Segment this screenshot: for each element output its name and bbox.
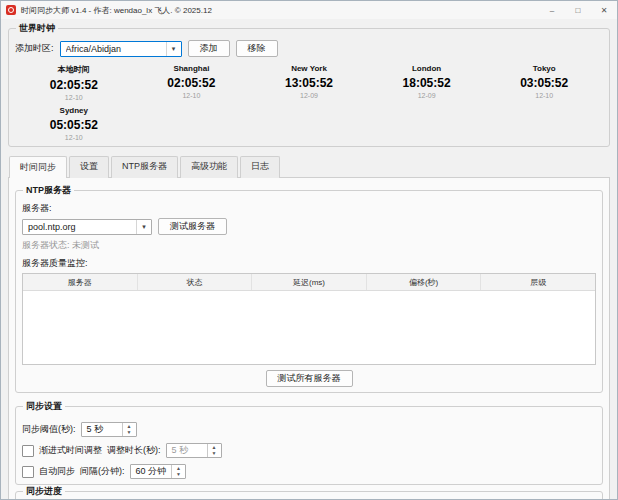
clock-item: Tokyo 03:05:52 12-10 <box>485 64 603 101</box>
add-timezone-row: 添加时区: Africa/Abidjan ▾ 添加 移除 <box>15 40 603 57</box>
clock-city-label: London <box>368 64 486 73</box>
minimize-button[interactable]: – <box>539 1 565 19</box>
world-clock-group-title: 世界时钟 <box>16 22 58 35</box>
server-table-header-cell[interactable]: 状态 <box>138 274 253 290</box>
server-quality-table: 服务器 状态 延迟(ms) 偏移(秒) 层级 <box>22 273 596 365</box>
ntp-server-group: NTP服务器 服务器: pool.ntp.org ▾ 测试服务器 服务器状态: … <box>15 184 603 393</box>
auto-sync-row: 自动同步 间隔(分钟): 60 分钟 ▲▼ <box>22 464 596 479</box>
gradual-adjust-checkbox[interactable] <box>22 445 34 457</box>
clock-item: 本地时间 02:05:52 12-10 <box>15 64 133 101</box>
clock-city-label: New York <box>250 64 368 73</box>
tab-bar: 时间同步 设置 NTP服务器 高级功能 日志 <box>8 155 610 177</box>
server-label: 服务器: <box>22 202 596 215</box>
tab-label: NTP服务器 <box>122 161 167 171</box>
tab[interactable]: 日志 <box>240 156 280 178</box>
threshold-label: 同步阈值(秒): <box>22 423 76 436</box>
clock-date-value: 12-10 <box>133 92 251 99</box>
test-all-servers-button[interactable]: 测试所有服务器 <box>266 370 353 387</box>
server-status-text: 服务器状态: 未测试 <box>22 239 596 252</box>
server-table-body[interactable] <box>23 291 595 364</box>
clock-city-label: 本地时间 <box>15 64 133 75</box>
ntp-server-group-title: NTP服务器 <box>23 184 74 197</box>
clock-city-label: Tokyo <box>485 64 603 73</box>
close-button[interactable]: ✕ <box>591 1 617 19</box>
clock-time-value: 02:05:52 <box>15 78 133 92</box>
server-select-row: pool.ntp.org ▾ 测试服务器 <box>22 218 596 235</box>
server-monitor-label: 服务器质量监控: <box>22 257 596 270</box>
clock-city-label: Sydney <box>15 106 133 115</box>
spin-down-icon[interactable]: ▼ <box>123 430 136 437</box>
clock-grid: 本地时间 02:05:52 12-10 Shanghai 02:05:52 12… <box>15 64 603 141</box>
clock-time-value: 18:05:52 <box>368 76 486 90</box>
spinner-arrows[interactable]: ▲▼ <box>207 444 221 457</box>
add-timezone-button[interactable]: 添加 <box>188 40 230 57</box>
server-table-header-cell[interactable]: 服务器 <box>23 274 138 290</box>
clock-date-value: 12-10 <box>15 134 133 141</box>
sync-progress-group-title: 同步进度 <box>23 485 65 498</box>
auto-interval-label: 间隔(分钟): <box>80 465 125 478</box>
clock-time-value: 13:05:52 <box>250 76 368 90</box>
world-clock-group: 世界时钟 添加时区: Africa/Abidjan ▾ 添加 移除 本地时间 0… <box>8 22 610 147</box>
clock-date-value: 12-09 <box>250 92 368 99</box>
server-table-header-cell[interactable]: 延迟(ms) <box>252 274 367 290</box>
clock-time-value: 03:05:52 <box>485 76 603 90</box>
tab-label: 时间同步 <box>20 162 56 172</box>
spinner-arrows[interactable]: ▲▼ <box>171 465 185 478</box>
threshold-spinner-value: 5 秒 <box>82 423 122 436</box>
clock-date-value: 12-09 <box>368 92 486 99</box>
maximize-button[interactable]: □ <box>565 1 591 19</box>
auto-sync-label: 自动同步 <box>39 465 75 478</box>
app-logo-icon <box>6 5 16 15</box>
clock-item: Sydney 05:05:52 12-10 <box>15 106 133 141</box>
title-bar: 时间同步大师 v1.4 - 作者: wendao_lx 飞人. © 2025.1… <box>1 1 617 19</box>
tab[interactable]: 时间同步 <box>9 156 67 178</box>
server-table-header-cell[interactable]: 偏移(秒) <box>367 274 482 290</box>
tab[interactable]: NTP服务器 <box>111 156 178 178</box>
tab-label: 设置 <box>80 161 98 171</box>
gradual-adjust-label: 渐进式时间调整 <box>39 444 102 457</box>
timezone-select-value: Africa/Abidjan <box>66 44 166 54</box>
gradual-adjust-row: 渐进式时间调整 调整时长(秒): 5 秒 ▲▼ <box>22 443 596 458</box>
clock-date-value: 12-10 <box>485 92 603 99</box>
clock-item: Shanghai 02:05:52 12-10 <box>133 64 251 101</box>
auto-sync-checkbox[interactable] <box>22 466 34 478</box>
sync-settings-group-title: 同步设置 <box>23 400 65 413</box>
threshold-spinner[interactable]: 5 秒 ▲▼ <box>81 422 137 437</box>
remove-timezone-button[interactable]: 移除 <box>236 40 278 57</box>
clock-time-value: 02:05:52 <box>133 76 251 90</box>
add-timezone-label: 添加时区: <box>15 42 54 55</box>
sync-settings-group: 同步设置 同步阈值(秒): 5 秒 ▲▼ 渐进式时间调整 调整时长(秒): 5 … <box>15 400 603 485</box>
window-title: 时间同步大师 v1.4 - 作者: wendao_lx 飞人. © 2025.1… <box>21 5 212 16</box>
threshold-row: 同步阈值(秒): 5 秒 ▲▼ <box>22 422 596 437</box>
clock-time-value: 05:05:52 <box>15 118 133 132</box>
app-window: { "window": { "title": "时间同步大师 v1.4 - 作者… <box>0 0 618 500</box>
chevron-down-icon: ▾ <box>166 42 181 56</box>
auto-interval-spinner-value: 60 分钟 <box>131 465 172 478</box>
clock-item: New York 13:05:52 12-09 <box>250 64 368 101</box>
tab[interactable]: 设置 <box>69 156 109 178</box>
spinner-arrows[interactable]: ▲▼ <box>122 423 136 436</box>
ntp-server-select[interactable]: pool.ntp.org ▾ <box>22 219 152 235</box>
tab-label: 高级功能 <box>191 161 227 171</box>
test-server-button[interactable]: 测试服务器 <box>158 218 227 235</box>
clock-item: London 18:05:52 12-09 <box>368 64 486 101</box>
clock-date-value: 12-10 <box>15 94 133 101</box>
gradual-duration-label: 调整时长(秒): <box>107 444 161 457</box>
timezone-select[interactable]: Africa/Abidjan ▾ <box>60 41 182 57</box>
tab-panel-time-sync: NTP服务器 服务器: pool.ntp.org ▾ 测试服务器 服务器状态: … <box>8 177 610 500</box>
window-controls: – □ ✕ <box>539 1 617 19</box>
spin-down-icon[interactable]: ▼ <box>208 451 221 458</box>
sync-progress-group: 同步进度 <box>15 485 603 500</box>
gradual-duration-spinner-value: 5 秒 <box>167 444 207 457</box>
clock-city-label: Shanghai <box>133 64 251 73</box>
test-all-row: 测试所有服务器 <box>22 370 596 387</box>
server-table-header-row: 服务器 状态 延迟(ms) 偏移(秒) 层级 <box>23 274 595 291</box>
auto-interval-spinner[interactable]: 60 分钟 ▲▼ <box>130 464 187 479</box>
main-content: 世界时钟 添加时区: Africa/Abidjan ▾ 添加 移除 本地时间 0… <box>1 19 617 500</box>
spin-down-icon[interactable]: ▼ <box>172 472 185 479</box>
ntp-server-select-value: pool.ntp.org <box>28 222 136 232</box>
gradual-duration-spinner[interactable]: 5 秒 ▲▼ <box>166 443 222 458</box>
tab[interactable]: 高级功能 <box>180 156 238 178</box>
chevron-down-icon: ▾ <box>136 220 151 234</box>
server-table-header-cell[interactable]: 层级 <box>481 274 595 290</box>
